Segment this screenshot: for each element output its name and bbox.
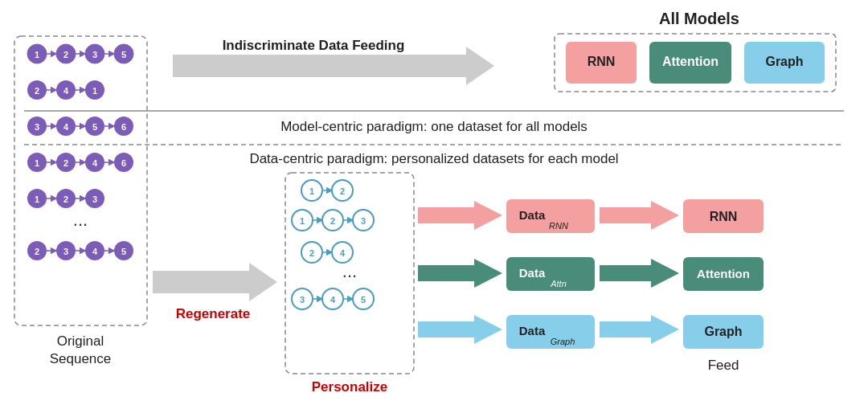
svg-text:Personalize: Personalize <box>312 379 388 395</box>
svg-text:1: 1 <box>300 216 305 226</box>
diagram: All Models RNN Attention Graph Indiscrim… <box>0 0 868 409</box>
svg-text:6: 6 <box>121 158 126 168</box>
all-models-label: All Models <box>659 10 739 27</box>
svg-text:RNN: RNN <box>588 55 616 68</box>
svg-text:2: 2 <box>35 247 39 256</box>
svg-text:4: 4 <box>340 248 346 258</box>
svg-text:Indiscriminate Data Feeding: Indiscriminate Data Feeding <box>223 38 405 53</box>
svg-text:4: 4 <box>92 158 98 168</box>
svg-text:···: ··· <box>342 265 357 285</box>
svg-text:1: 1 <box>92 86 97 96</box>
svg-text:5: 5 <box>121 50 126 59</box>
svg-text:5: 5 <box>92 122 97 132</box>
svg-text:4: 4 <box>63 86 69 96</box>
svg-text:RNN: RNN <box>549 221 568 231</box>
svg-text:Original: Original <box>57 333 104 349</box>
svg-text:4: 4 <box>92 247 98 256</box>
svg-text:Attention: Attention <box>662 55 719 68</box>
svg-text:3: 3 <box>35 122 39 132</box>
svg-text:Sequence: Sequence <box>50 351 112 366</box>
svg-text:1: 1 <box>309 186 314 196</box>
svg-text:2: 2 <box>330 216 335 226</box>
svg-text:Data: Data <box>519 266 546 280</box>
svg-text:Data-centric paradigm: persona: Data-centric paradigm: personalized data… <box>249 151 618 166</box>
svg-text:3: 3 <box>63 247 68 256</box>
svg-text:Graph: Graph <box>765 55 803 68</box>
svg-text:4: 4 <box>330 295 336 305</box>
svg-text:2: 2 <box>63 194 68 204</box>
svg-text:3: 3 <box>92 194 97 204</box>
svg-text:3: 3 <box>361 216 366 226</box>
svg-text:3: 3 <box>92 50 97 59</box>
svg-text:Data: Data <box>519 208 546 222</box>
svg-text:2: 2 <box>35 86 39 96</box>
svg-text:1: 1 <box>35 158 39 168</box>
svg-text:2: 2 <box>309 248 314 258</box>
svg-text:1: 1 <box>35 50 39 59</box>
svg-text:Attention: Attention <box>697 267 750 280</box>
svg-text:···: ··· <box>73 214 88 234</box>
svg-text:2: 2 <box>63 158 68 168</box>
svg-text:5: 5 <box>121 247 126 256</box>
svg-text:4: 4 <box>63 122 69 132</box>
svg-text:Data: Data <box>519 324 546 337</box>
svg-text:1: 1 <box>35 194 39 204</box>
svg-text:2: 2 <box>340 186 345 196</box>
svg-text:6: 6 <box>121 122 126 132</box>
svg-text:Graph: Graph <box>704 325 742 338</box>
svg-text:Graph: Graph <box>551 337 575 346</box>
svg-text:2: 2 <box>63 50 68 59</box>
svg-text:5: 5 <box>361 295 366 305</box>
svg-text:Model-centric paradigm: one da: Model-centric paradigm: one dataset for … <box>280 119 588 134</box>
svg-text:Regenerate: Regenerate <box>176 306 251 321</box>
svg-text:Feed: Feed <box>708 358 739 373</box>
svg-text:RNN: RNN <box>710 210 738 223</box>
svg-text:Attn: Attn <box>550 279 567 288</box>
svg-text:3: 3 <box>300 295 305 305</box>
